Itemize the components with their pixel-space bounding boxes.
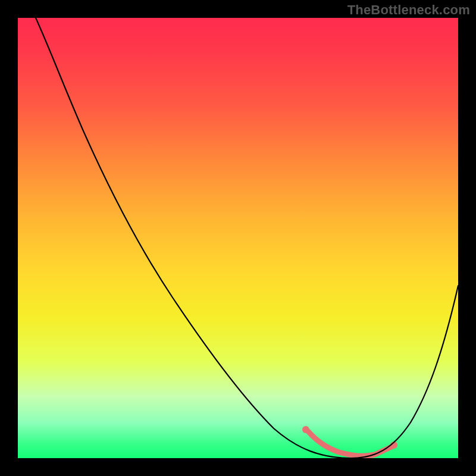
- watermark-text: TheBottleneck.com: [347, 2, 470, 18]
- bottleneck-curve-line: [36, 18, 458, 458]
- bottleneck-curve-svg: [18, 18, 458, 458]
- chart-frame: TheBottleneck.com: [0, 0, 476, 476]
- optimal-range-start-dot: [302, 426, 309, 433]
- plot-area: [18, 18, 458, 458]
